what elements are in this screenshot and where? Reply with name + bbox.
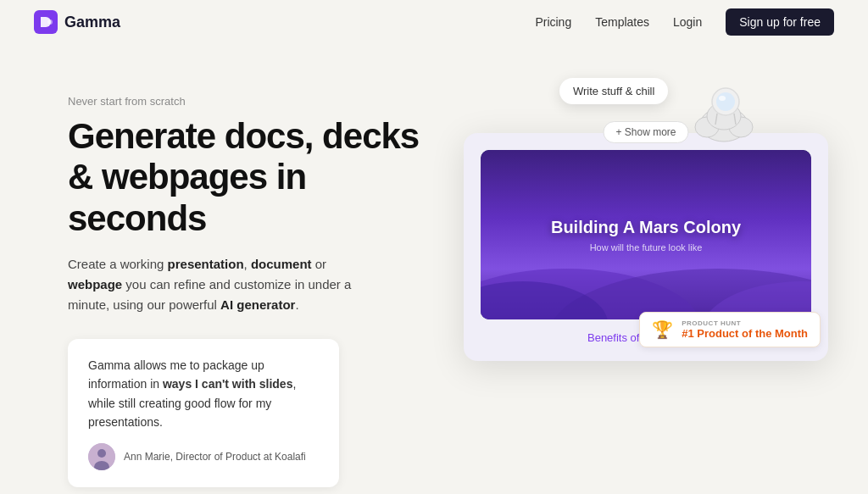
hero-headline: Generate docs, decks & webpages in secon… [68, 116, 424, 239]
slide-title: Building A Mars Colony [551, 218, 741, 237]
nav-pricing[interactable]: Pricing [535, 15, 571, 29]
slide-subtitle: How will the future look like [551, 242, 741, 253]
signup-button[interactable]: Sign up for free [726, 8, 834, 36]
subtext-p3: or [312, 257, 327, 271]
main-content: Never start from scratch Generate docs, … [0, 44, 868, 494]
testimonial-b1: ways I can't with slides [163, 377, 293, 391]
subtext-p5: . [295, 297, 298, 312]
svg-point-1 [47, 19, 53, 25]
nav-login[interactable]: Login [673, 15, 702, 29]
hero-left: Never start from scratch Generate docs, … [68, 78, 424, 487]
testimonial-card: Gamma allows me to package up informatio… [68, 339, 339, 488]
chat-bubble: Write stuff & chill [559, 78, 668, 104]
product-hunt-badge[interactable]: 🏆 PRODUCT HUNT #1 Product of the Month [639, 312, 821, 347]
subtext-p2: , [244, 257, 251, 271]
logo-text: Gamma [64, 14, 120, 31]
subtext-b2: document [251, 257, 312, 271]
logo[interactable]: Gamma [34, 10, 120, 34]
slide-preview: Building A Mars Colony How will the futu… [481, 150, 811, 319]
nav-templates[interactable]: Templates [595, 15, 649, 29]
hills-illustration [481, 252, 811, 319]
svg-point-11 [719, 96, 726, 101]
avatar-icon [88, 443, 115, 470]
navbar: Gamma Pricing Templates Login Sign up fo… [0, 0, 868, 44]
testimonial-text: Gamma allows me to package up informatio… [88, 356, 319, 432]
subtext-b4: AI generator [220, 297, 295, 312]
subtext-b3: webpage [68, 277, 122, 291]
chat-bubble-text: Write stuff & chill [573, 85, 654, 97]
ph-label: PRODUCT HUNT [682, 319, 808, 327]
astronaut-illustration [682, 69, 766, 154]
subtext-b1: presentation [168, 257, 244, 271]
testimonial-author: Ann Marie, Director of Product at Koalaf… [88, 443, 319, 470]
show-more-text: + Show more [615, 126, 676, 138]
hero-tagline: Never start from scratch [68, 95, 424, 108]
ph-text-block: PRODUCT HUNT #1 Product of the Month [682, 319, 808, 340]
nav-links: Pricing Templates Login Sign up for free [535, 8, 834, 36]
ph-value: #1 Product of the Month [682, 327, 808, 340]
hero-subtext: Create a working presentation, document … [68, 254, 373, 315]
slide-content: Building A Mars Colony How will the futu… [551, 218, 741, 253]
svg-point-10 [716, 92, 735, 111]
svg-point-3 [97, 449, 106, 458]
hero-right: Write stuff & chill + [458, 78, 834, 361]
subtext-p1: Create a working [68, 257, 168, 271]
avatar [88, 443, 115, 470]
show-more-button[interactable]: + Show more [603, 121, 688, 143]
trophy-icon: 🏆 [652, 319, 673, 340]
logo-icon [34, 10, 58, 34]
author-name: Ann Marie, Director of Product at Koalaf… [124, 451, 306, 463]
